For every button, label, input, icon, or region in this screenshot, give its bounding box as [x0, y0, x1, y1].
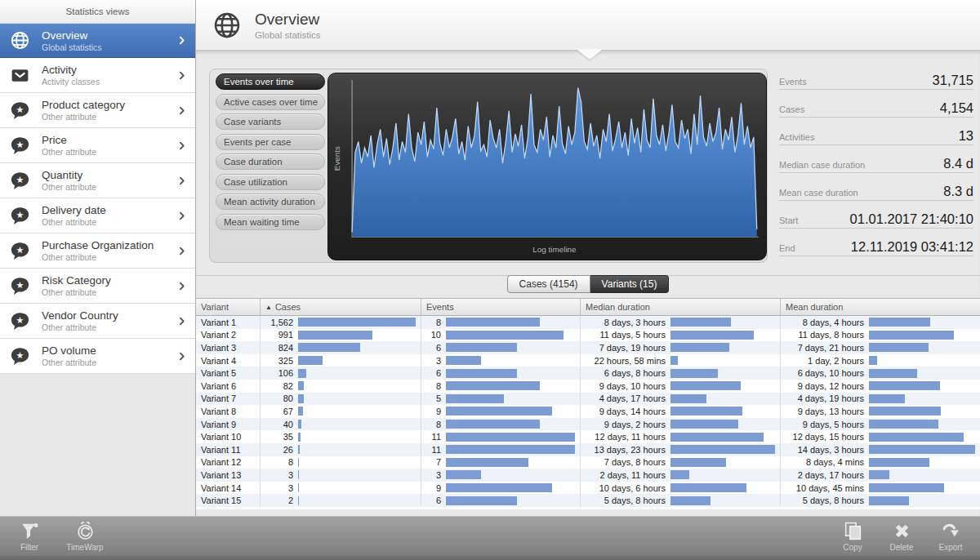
- table-header: Variant▲CasesEventsMedian durationMean d…: [196, 299, 980, 316]
- tab-variants-15-[interactable]: Variants (15): [590, 275, 670, 293]
- median-duration-bar: [670, 407, 775, 416]
- column-header-median-duration[interactable]: Median duration: [580, 299, 780, 315]
- mean-duration-bar: [869, 458, 975, 467]
- sidebar-item-text: Purchase OrganizationOther attribute: [42, 239, 154, 262]
- sidebar-item-po-volume[interactable]: ★PO volumeOther attribute: [0, 339, 195, 374]
- filter-button[interactable]: Filter: [8, 521, 51, 552]
- sidebar-item-overview[interactable]: OverviewGlobal statistics: [0, 23, 195, 58]
- column-header-variant[interactable]: Variant: [196, 299, 260, 315]
- filter-icon: [20, 521, 40, 541]
- tabs: Cases (4154)Variants (15): [196, 275, 980, 293]
- copy-button[interactable]: Copy: [831, 521, 874, 552]
- cases-cell: 824: [260, 341, 421, 354]
- variant-cell: Variant 2: [196, 329, 260, 342]
- timewarp-button[interactable]: TimeWarp: [64, 521, 106, 552]
- attribute-icon: ★: [10, 276, 30, 296]
- cases-bar: [298, 496, 416, 505]
- chevron-right-icon: [176, 351, 187, 362]
- chevron-right-icon: [176, 140, 187, 151]
- median-duration-cell: 6 days, 8 hours: [580, 367, 780, 380]
- table-row[interactable]: Variant 143910 days, 6 hours10 days, 45 …: [196, 482, 980, 495]
- chart-button-events-per-case[interactable]: Events per case: [216, 134, 325, 150]
- mean-duration-cell: 11 days, 8 hours: [780, 329, 980, 342]
- chart-button-case-utilization[interactable]: Case utilization: [216, 174, 325, 190]
- table-row[interactable]: Variant 86799 days, 14 hours9 days, 13 h…: [196, 405, 980, 418]
- events-bar: [446, 356, 575, 365]
- table-row[interactable]: Variant 11261113 days, 23 hours14 days, …: [196, 443, 980, 456]
- chart-button-mean-activity-duration[interactable]: Mean activity duration: [216, 193, 325, 210]
- cases-bar: [298, 369, 416, 378]
- events-bar: [446, 318, 575, 327]
- stat-label: Start: [779, 216, 798, 227]
- cases-cell: 8: [260, 456, 421, 469]
- table-row[interactable]: Variant 11,56288 days, 3 hours8 days, 4 …: [196, 316, 980, 329]
- sidebar-item-label: Quantity: [42, 169, 96, 181]
- column-header-events[interactable]: Events: [421, 299, 580, 315]
- page-subtitle: Global statistics: [255, 30, 321, 40]
- stat-value: 01.01.2017 21:40:10: [850, 211, 973, 227]
- median-duration-bar: [670, 343, 775, 352]
- column-header-mean-duration[interactable]: Mean duration: [780, 299, 980, 315]
- sidebar-item-activity[interactable]: ActivityActivity classes: [0, 58, 195, 93]
- sidebar-item-delivery-date[interactable]: ★Delivery dateOther attribute: [0, 198, 195, 233]
- sidebar-item-risk-category[interactable]: ★Risk CategoryOther attribute: [0, 269, 195, 304]
- table-row[interactable]: Variant 78054 days, 17 hours4 days, 19 h…: [196, 393, 980, 406]
- column-header-cases[interactable]: ▲Cases: [260, 299, 421, 315]
- table-row[interactable]: Variant 13332 days, 11 hours2 days, 17 h…: [196, 469, 980, 482]
- stat-row-activities: Activities13: [779, 118, 973, 145]
- median-duration-bar: [670, 369, 775, 378]
- chart-button-case-variants[interactable]: Case variants: [216, 113, 325, 130]
- stat-value: 4,154: [940, 100, 973, 116]
- variant-cell: Variant 9: [196, 418, 260, 431]
- mean-duration-bar: [869, 318, 975, 327]
- events-bar: [446, 470, 575, 479]
- table-row[interactable]: Variant 12877 days, 8 hours8 days, 4 min…: [196, 456, 980, 469]
- sidebar-title: Statistics views: [0, 0, 195, 23]
- export-button[interactable]: Export: [929, 521, 972, 552]
- sidebar-item-sublabel: Other attribute: [42, 322, 118, 332]
- copy-icon: [843, 521, 863, 541]
- variant-cell: Variant 14: [196, 482, 260, 495]
- sidebar-item-vendor-country[interactable]: ★Vendor CountryOther attribute: [0, 304, 195, 339]
- table-row[interactable]: Variant 382467 days, 19 hours7 days, 21 …: [196, 341, 980, 354]
- mean-duration-bar: [869, 369, 975, 378]
- sidebar-item-price[interactable]: ★PriceOther attribute: [0, 128, 195, 163]
- chart-button-active-cases-over-time[interactable]: Active cases over time: [216, 94, 325, 110]
- table-row[interactable]: Variant 29911011 days, 5 hours11 days, 8…: [196, 329, 980, 342]
- sidebar-item-quantity[interactable]: ★QuantityOther attribute: [0, 163, 195, 198]
- median-duration-bar: [670, 394, 775, 403]
- cases-cell: 3: [260, 482, 421, 495]
- sidebar-item-purchase-organization[interactable]: ★Purchase OrganizationOther attribute: [0, 233, 195, 269]
- table-row[interactable]: Variant 94089 days, 2 hours9 days, 5 hou…: [196, 418, 980, 431]
- table-body: Variant 11,56288 days, 3 hours8 days, 4 …: [196, 316, 980, 507]
- toolbar-right-group: CopyDeleteExport: [831, 521, 972, 552]
- sidebar-item-sublabel: Other attribute: [42, 287, 111, 297]
- median-duration-bar: [670, 356, 775, 365]
- sidebar-item-text: QuantityOther attribute: [42, 169, 96, 192]
- stat-label: Events: [779, 77, 807, 88]
- chart-button-mean-waiting-time[interactable]: Mean waiting time: [216, 214, 325, 230]
- table-row[interactable]: Variant 68289 days, 10 hours9 days, 12 h…: [196, 380, 980, 393]
- sidebar-item-product-category[interactable]: ★Product categoryOther attribute: [0, 93, 195, 128]
- stat-value: 8.3 d: [943, 184, 973, 199]
- delete-button[interactable]: Delete: [880, 521, 923, 552]
- mean-duration-cell: 9 days, 5 hours: [780, 418, 980, 431]
- events-cell: 9: [421, 482, 580, 495]
- table-row[interactable]: Variant 510666 days, 8 hours6 days, 10 h…: [196, 367, 980, 380]
- median-duration-cell: 4 days, 17 hours: [580, 393, 780, 406]
- table-row[interactable]: Variant 10351112 days, 11 hours12 days, …: [196, 430, 980, 443]
- chart-button-case-duration[interactable]: Case duration: [216, 153, 325, 170]
- events-bar: [446, 458, 575, 467]
- table-row[interactable]: Variant 15265 days, 8 hours5 days, 8 hou…: [196, 494, 980, 507]
- events-cell: 6: [421, 341, 580, 354]
- toolbar-button-label: TimeWarp: [66, 543, 103, 552]
- cases-bar: [298, 483, 416, 492]
- cases-bar: [298, 331, 416, 340]
- tab-cases-4154-[interactable]: Cases (4154): [507, 275, 590, 293]
- chart-button-events-over-time[interactable]: Events over time: [216, 73, 325, 90]
- table-row[interactable]: Variant 4325322 hours, 58 mins1 day, 2 h…: [196, 354, 980, 367]
- cases-bar: [298, 381, 416, 390]
- toolbar-left-group: FilterTimeWarp: [8, 521, 106, 552]
- cases-bar: [298, 318, 416, 327]
- mean-duration-bar: [869, 483, 975, 492]
